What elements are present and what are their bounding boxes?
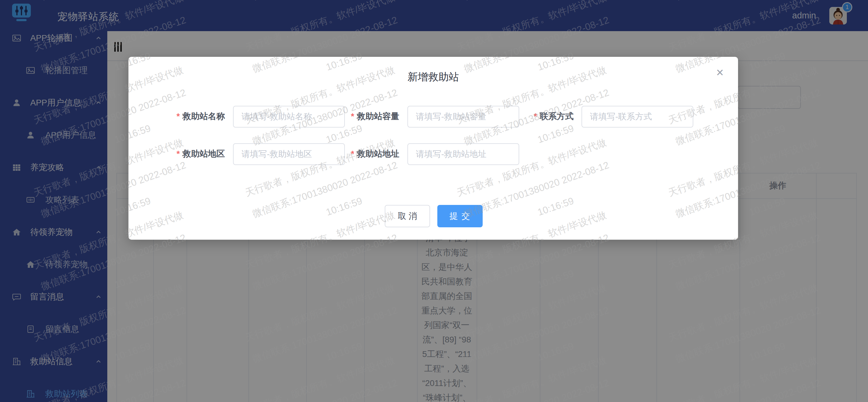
add-station-dialog: 新增救助站 × *救助站名称 *救助站容量 *联系方式 *救助站地区 *救助站地…: [128, 57, 738, 240]
station-region-label: *救助站地区: [140, 148, 225, 160]
station-address-label: *救助站地址: [315, 148, 399, 160]
cancel-button[interactable]: 取 消: [385, 205, 430, 227]
contact-input[interactable]: [582, 106, 693, 128]
dialog-title: 新增救助站: [128, 70, 738, 84]
station-capacity-label: *救助站容量: [315, 111, 399, 122]
required-asterisk: *: [534, 112, 537, 121]
submit-button[interactable]: 提 交: [437, 205, 483, 227]
required-asterisk: *: [177, 149, 180, 158]
station-name-label: *救助站名称: [140, 111, 225, 122]
close-icon[interactable]: ×: [713, 66, 726, 79]
required-asterisk: *: [177, 112, 180, 121]
required-asterisk: *: [351, 112, 354, 121]
required-asterisk: *: [351, 149, 354, 158]
station-address-input[interactable]: [407, 143, 519, 165]
contact-label: *联系方式: [489, 111, 574, 122]
